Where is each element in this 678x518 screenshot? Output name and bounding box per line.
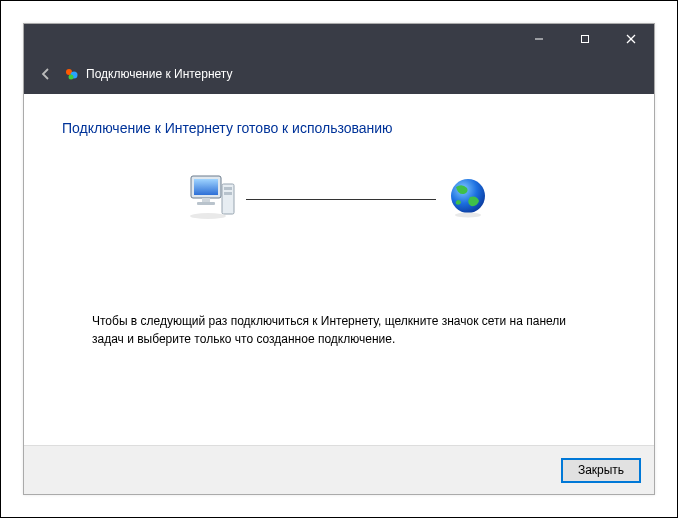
- network-wizard-icon: [64, 66, 80, 82]
- close-button[interactable]: Закрыть: [562, 459, 640, 482]
- minimize-icon: [534, 34, 544, 44]
- back-arrow-icon: [38, 66, 54, 82]
- minimize-button[interactable]: [516, 24, 562, 54]
- computer-icon: [188, 174, 236, 224]
- globe-icon: [446, 175, 490, 223]
- page-heading: Подключение к Интернету готово к использ…: [62, 120, 616, 136]
- svg-point-15: [451, 179, 485, 213]
- svg-rect-12: [224, 187, 232, 190]
- instruction-text: Чтобы в следующий раз подключиться к Инт…: [92, 312, 586, 348]
- svg-rect-8: [194, 179, 218, 195]
- connection-line: [246, 199, 436, 200]
- wizard-header: Подключение к Интернету: [24, 54, 654, 94]
- svg-rect-10: [197, 202, 215, 205]
- svg-rect-9: [202, 198, 210, 202]
- close-icon: [626, 34, 636, 44]
- wizard-title: Подключение к Интернету: [86, 67, 233, 81]
- back-button[interactable]: [32, 60, 60, 88]
- titlebar: [24, 24, 654, 54]
- svg-rect-13: [224, 192, 232, 195]
- screenshot-frame: Подключение к Интернету Подключение к Ин…: [0, 0, 678, 518]
- maximize-icon: [580, 34, 590, 44]
- svg-point-16: [455, 213, 481, 218]
- connection-diagram: [62, 174, 616, 224]
- maximize-button[interactable]: [562, 24, 608, 54]
- window-close-button[interactable]: [608, 24, 654, 54]
- footer: Закрыть: [24, 445, 654, 494]
- wizard-window: Подключение к Интернету Подключение к Ин…: [23, 23, 655, 495]
- content-area: Подключение к Интернету готово к использ…: [24, 94, 654, 445]
- svg-point-14: [190, 213, 226, 219]
- svg-point-6: [69, 75, 74, 80]
- svg-rect-1: [582, 36, 589, 43]
